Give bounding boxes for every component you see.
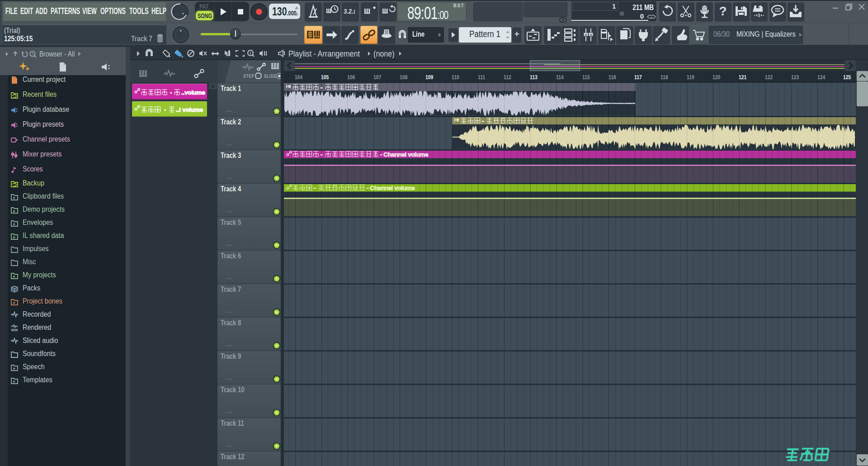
svg-text:..l volume: ..l volume bbox=[176, 106, 203, 113]
svg-text:..volume: ..volume bbox=[181, 89, 205, 96]
svg-text:- Channel volume: - Channel volume bbox=[367, 185, 415, 191]
svg-text:-: - bbox=[482, 118, 484, 124]
svg-text:-: - bbox=[321, 151, 322, 158]
svg-text:x: x bbox=[585, 33, 587, 37]
svg-text:-: - bbox=[164, 106, 166, 113]
svg-text:-: - bbox=[170, 89, 172, 96]
svg-text:-: - bbox=[321, 84, 322, 91]
svg-text:- Channel volume: - Channel volume bbox=[380, 151, 429, 158]
svg-text:-: - bbox=[314, 185, 316, 191]
svg-text:x: x bbox=[590, 33, 592, 37]
svg-text:?: ? bbox=[719, 4, 726, 18]
